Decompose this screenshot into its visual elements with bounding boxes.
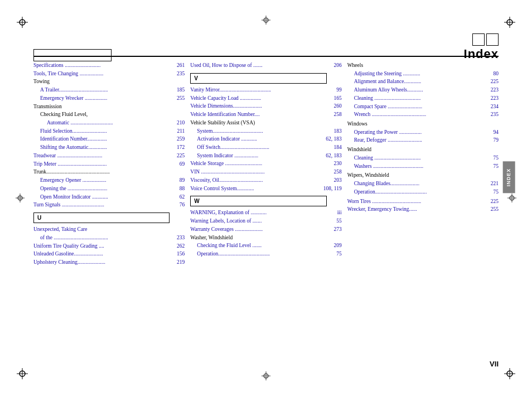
corner-mark-br [504, 368, 515, 379]
entry-aluminum-alloy: Aluminum Alloy Wheels............ 223 [347, 86, 499, 94]
entry-washer-group: Washer, Windshield [190, 234, 341, 242]
entry-of-the: of the .................................… [33, 234, 185, 242]
entry-changing-blades: Changing Blades...................... 22… [347, 180, 499, 188]
entry-used-oil: Used Oil, How to Dispose of ....... 206 [190, 61, 341, 70]
entry-vehicle-capacity: Vehicle Capacity Load ................ 1… [190, 94, 341, 103]
index-boxes [472, 33, 499, 46]
section-header-w: W [190, 196, 326, 206]
header-right: Index [464, 33, 499, 61]
entry-trip-meter: Trip Meter .............................… [33, 160, 185, 168]
entry-opening-the: Opening the ............................… [33, 185, 185, 193]
entry-wipers-operation: Operation...............................… [347, 188, 499, 196]
footer: VII [33, 360, 499, 368]
entry-automatic: Automatic ..............................… [33, 119, 185, 127]
column-1: Specifications .........................… [33, 61, 185, 351]
entry-warning-labels: Warning Labels, Location of ....... 55 [190, 217, 341, 225]
entry-open-monitor: Open Monitor Indicator ............ 62 [33, 193, 185, 201]
column-2: Used Oil, How to Dispose of ....... 206 … [190, 61, 341, 351]
corner-mark-bl [17, 368, 28, 379]
entry-cleaning-windshield: Cleaning ...............................… [347, 154, 499, 162]
entry-wheels-group: Wheels [347, 61, 499, 70]
column-3: Wheels Adjusting the Steering ..........… [347, 61, 499, 351]
entry-compact-spare: Compact Spare ..........................… [347, 103, 499, 111]
entry-a-trailer: A Trailer...............................… [33, 86, 185, 94]
header-line [33, 56, 499, 57]
entry-unexpected: Unexpected, Taking Care [33, 225, 185, 234]
entry-vsa-system-indicator: System Indicator .................. 62, … [190, 152, 341, 160]
section-header-u: U [33, 213, 170, 223]
entry-id-number: Identification Number............... 259 [33, 135, 185, 143]
entry-vsa-system: System..................................… [190, 127, 341, 136]
page-title: Index [464, 47, 499, 61]
entry-towing-group: Towing [33, 78, 185, 86]
entry-turn-signals: Turn Signals ...........................… [33, 201, 185, 209]
entry-vehicle-dimensions: Vehicle Dimensions......................… [190, 102, 341, 110]
entry-unleaded: Unleaded Gasoline...................... … [33, 250, 185, 258]
entry-treadwear: Treadwear ..............................… [33, 152, 185, 160]
entry-washer-operation: Operation...............................… [190, 250, 341, 258]
entry-alignment-balance: Alignment and Balance............. 225 [347, 78, 499, 86]
header: Index [33, 33, 499, 61]
entry-emergency-wrecker: Emergency Wrecker ................. 255 [33, 94, 185, 103]
corner-mark-tr [504, 17, 515, 28]
entry-vsa-activation: Activation Indicator ............ 62, 18… [190, 135, 341, 143]
entry-checking-fluid-level: Checking Fluid Level, [33, 110, 185, 119]
entry-worn-tires: Worn Tires .............................… [347, 197, 499, 206]
entry-vanity-mirror: Vanity Mirror...........................… [190, 86, 341, 94]
entry-trunk-group: Trunk...................................… [33, 168, 185, 176]
corner-mark-tl [17, 17, 28, 28]
main-content: Specifications .........................… [33, 61, 499, 351]
reg-mark-right [507, 194, 516, 202]
header-left-box [33, 49, 112, 61]
entry-windows-group: Windows [347, 120, 499, 128]
entry-warranty: Warranty Coverages .....................… [190, 225, 341, 234]
side-tab-index: INDEX [503, 162, 515, 194]
entry-emergency-opener: Emergency Opener .................. 89 [33, 176, 185, 185]
entry-adjusting-steering: Adjusting the Steering ............. 80 [347, 70, 499, 78]
section-header-v: V [190, 73, 326, 84]
reg-mark-top [262, 16, 270, 25]
entry-vsa-off-switch: Off Switch..............................… [190, 143, 341, 152]
entry-rear-defogger: Rear, Defogger .........................… [347, 136, 499, 144]
entry-upholstery: Upholstery Cleaning.....................… [33, 258, 185, 267]
entry-vehicle-storage: Vehicle Storage ........................… [190, 160, 341, 168]
index-box-1 [472, 33, 485, 46]
entry-checking-fluid-washer: Checking the Fluid Level ....... 209 [190, 242, 341, 250]
entry-voice-control: Voice Control System............. 108, 1… [190, 185, 341, 193]
entry-cleaning-wheels: Cleaning ...............................… [347, 94, 499, 103]
entry-vsa-group: Vehicle Stability Assist (VSA) [190, 119, 341, 127]
entry-vin: VIN ....................................… [190, 168, 341, 176]
entry-operating-power: Operating the Power ................. 94 [347, 128, 499, 137]
reg-mark-bottom [262, 371, 270, 380]
entry-wipers-group: Wipers, Windshield [347, 171, 499, 180]
entry-tools-tire: Tools, Tire Changing .................. … [33, 70, 185, 78]
entry-uniform-tire: Uniform Tire Quality Grading .... 262 [33, 242, 185, 250]
entry-washers: Washers ................................… [347, 162, 499, 171]
reg-mark-left [16, 194, 25, 202]
entry-warning-explanation: WARNING, Explanation of ............ iii [190, 209, 341, 217]
entry-vin-full: Vehicle Identification Number.... 258 [190, 110, 341, 119]
entry-shifting-automatic: Shifting the Automatic.............. 172 [33, 143, 185, 152]
entry-specifications: Specifications .........................… [33, 61, 185, 70]
entry-fluid-selection: Fluid Selection.........................… [33, 127, 185, 136]
page-number: VII [490, 360, 499, 368]
entry-wrecker-emergency: Wrecker, Emergency Towing...... 255 [347, 205, 499, 214]
entry-transmission-group: Transmission [33, 103, 185, 111]
page-container: Index Specifications ...................… [0, 0, 532, 396]
entry-wrench: Wrench .................................… [347, 110, 499, 119]
entry-viscosity: Viscosity, Oil..........................… [190, 176, 341, 185]
index-box-2 [486, 33, 499, 46]
entry-windshield-group: Windshield [347, 146, 499, 154]
